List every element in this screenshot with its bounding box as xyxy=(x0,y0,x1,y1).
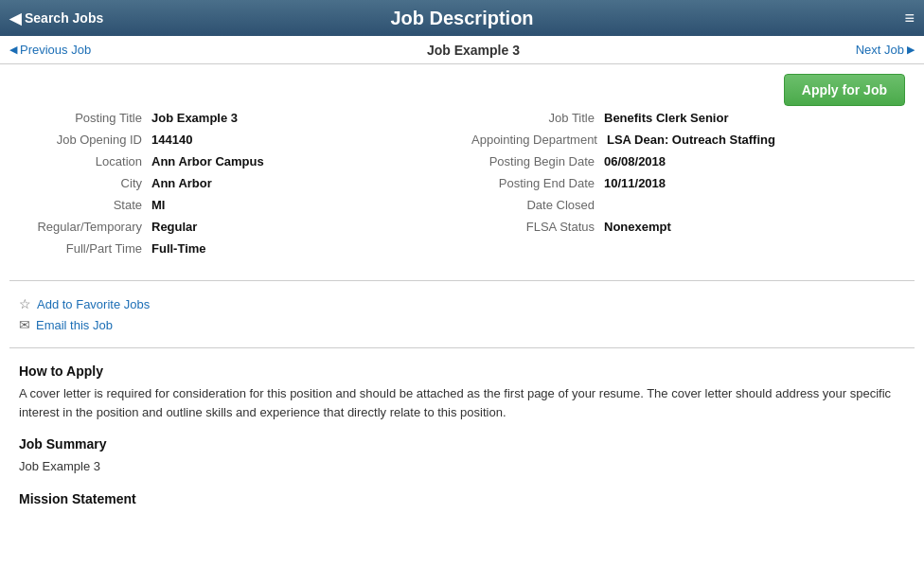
job-info-right: Job Title Benefits Clerk Senior Appointi… xyxy=(471,111,905,263)
label-date-closed: Date Closed xyxy=(471,198,604,212)
value-opening-id: 144140 xyxy=(151,133,192,147)
value-regular-temp: Regular xyxy=(151,220,197,234)
search-jobs-button[interactable]: ◀ Search Jobs xyxy=(9,9,103,27)
section-how-to-apply-text: A cover letter is required for considera… xyxy=(19,384,905,421)
info-row-end-date: Posting End Date 10/11/2018 xyxy=(471,176,905,190)
search-jobs-label: Search Jobs xyxy=(25,10,103,26)
next-job-label: Next Job xyxy=(856,43,904,57)
info-row-date-closed: Date Closed xyxy=(471,198,905,212)
header: ◀ Search Jobs Job Description ≡ xyxy=(0,0,924,36)
add-favorite-link[interactable]: ☆ Add to Favorite Jobs xyxy=(19,296,905,311)
action-links: ☆ Add to Favorite Jobs ✉ Email this Job xyxy=(0,289,924,340)
info-row-appointing-dept: Appointing Department LSA Dean: Outreach… xyxy=(471,133,905,147)
section-mission-statement-title: Mission Statement xyxy=(19,491,905,506)
info-row-begin-date: Posting Begin Date 06/08/2018 xyxy=(471,154,905,168)
label-job-title: Job Title xyxy=(471,111,604,125)
label-opening-id: Job Opening ID xyxy=(19,133,151,147)
label-flsa: FLSA Status xyxy=(471,220,604,234)
info-row-regular-temp: Regular/Temporary Regular xyxy=(19,220,453,234)
section-how-to-apply-title: How to Apply xyxy=(19,363,905,379)
value-posting-title: Job Example 3 xyxy=(151,111,238,125)
label-end-date: Posting End Date xyxy=(471,176,604,190)
label-full-part: Full/Part Time xyxy=(19,241,151,256)
previous-job-button[interactable]: Previous Job xyxy=(9,43,91,57)
info-row-state: State MI xyxy=(19,198,453,212)
section-mission-statement: Mission Statement xyxy=(0,484,924,520)
label-begin-date: Posting Begin Date xyxy=(471,154,604,168)
value-location: Ann Arbor Campus xyxy=(151,154,264,168)
label-regular-temp: Regular/Temporary xyxy=(19,220,151,234)
section-job-summary: Job Summary Job Example 3 xyxy=(0,429,924,484)
value-state: MI xyxy=(151,198,165,212)
value-begin-date: 06/08/2018 xyxy=(604,154,666,168)
star-icon: ☆ xyxy=(19,296,31,311)
label-posting-title: Posting Title xyxy=(19,111,151,125)
email-job-link[interactable]: ✉ Email this Job xyxy=(19,317,905,332)
value-appointing-dept: LSA Dean: Outreach Staffing xyxy=(607,133,775,147)
email-icon: ✉ xyxy=(19,317,30,332)
info-row-city: City Ann Arbor xyxy=(19,176,453,190)
menu-icon[interactable]: ≡ xyxy=(904,9,915,28)
next-job-button[interactable]: Next Job xyxy=(856,43,915,57)
nav-bar: Previous Job Job Example 3 Next Job xyxy=(0,36,924,64)
value-city: Ann Arbor xyxy=(151,176,212,190)
page-title: Job Description xyxy=(390,8,533,29)
current-job-name: Job Example 3 xyxy=(427,43,520,58)
info-row-job-title: Job Title Benefits Clerk Senior xyxy=(471,111,905,125)
email-job-label: Email this Job xyxy=(36,318,113,332)
info-row-full-part: Full/Part Time Full-Time xyxy=(19,241,453,256)
value-end-date: 10/11/2018 xyxy=(604,176,666,190)
section-job-summary-title: Job Summary xyxy=(19,436,905,452)
back-arrow-icon: ◀ xyxy=(9,9,21,27)
job-info-left: Posting Title Job Example 3 Job Opening … xyxy=(19,111,453,263)
section-job-summary-text: Job Example 3 xyxy=(19,457,905,476)
apply-btn-area: Apply for Job xyxy=(0,64,924,111)
main-content: Apply for Job Posting Title Job Example … xyxy=(0,64,924,585)
label-state: State xyxy=(19,198,151,212)
info-row-opening-id: Job Opening ID 144140 xyxy=(19,133,453,147)
prev-job-label: Previous Job xyxy=(20,43,91,57)
label-city: City xyxy=(19,176,151,190)
add-favorite-label: Add to Favorite Jobs xyxy=(37,297,150,311)
label-location: Location xyxy=(19,154,151,168)
info-row-posting-title: Posting Title Job Example 3 xyxy=(19,111,453,125)
value-job-title: Benefits Clerk Senior xyxy=(604,111,729,125)
divider-1 xyxy=(9,280,915,281)
job-info-grid: Posting Title Job Example 3 Job Opening … xyxy=(0,111,924,273)
apply-for-job-button[interactable]: Apply for Job xyxy=(784,74,905,106)
divider-2 xyxy=(9,347,915,348)
section-how-to-apply: How to Apply A cover letter is required … xyxy=(0,356,924,429)
label-appointing-dept: Appointing Department xyxy=(471,133,607,147)
value-full-part: Full-Time xyxy=(151,241,206,256)
info-row-flsa: FLSA Status Nonexempt xyxy=(471,220,905,234)
value-flsa: Nonexempt xyxy=(604,220,671,234)
info-row-location: Location Ann Arbor Campus xyxy=(19,154,453,168)
